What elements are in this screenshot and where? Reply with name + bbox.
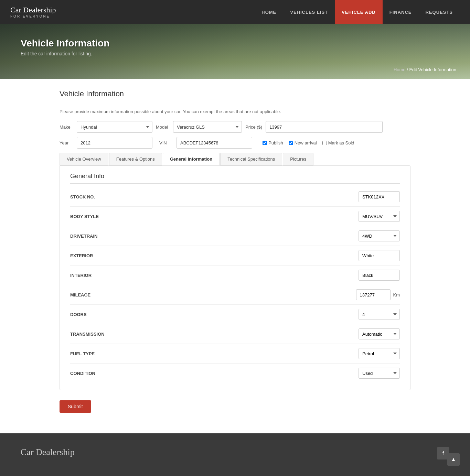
doors-select[interactable]: 2 4 6 [359,309,400,320]
site-logo: Car Dealership FOR EVERYONE [10,6,255,18]
year-label: Year [60,140,73,145]
vin-label: VIN [159,140,173,145]
field-row-drivetrain: DRIVETRAIN 4WD 2WD AWD FWD RWD [70,226,400,246]
vin-input[interactable] [177,137,252,149]
stock-no-input[interactable] [359,191,400,202]
form-row-make-model-price: Make Hyundai Model Veracruz GLS Price ($… [60,121,410,133]
form-row-year-vin-checkboxes: Year VIN Publish New arrival Mark as Sol… [60,137,410,149]
info-text: Please provide maximum information possi… [60,109,410,114]
breadcrumb-home[interactable]: Home [394,67,406,72]
field-label-fuel-type: Fuel Type [70,351,359,356]
interior-input[interactable] [359,270,400,281]
field-value-exterior [359,250,400,261]
field-row-interior: Interior [70,266,400,285]
checkbox-group: Publish New arrival Mark as Sold [263,140,354,145]
fuel-type-select[interactable]: Petrol Diesel Electric Hybrid [359,348,400,359]
price-label: Price ($) [245,125,262,130]
field-label-condition: Condition [70,371,359,376]
model-label: Model [156,125,170,130]
field-value-stock [359,191,400,202]
hero-section: Vehicle Information Edit the car informa… [0,24,470,79]
mark-as-sold-checkbox-label[interactable]: Mark as Sold [322,140,354,145]
field-row-fuel-type: Fuel Type Petrol Diesel Electric Hybrid [70,344,400,364]
general-info-title: General Info [70,173,400,184]
page-title: Vehicle Information [60,89,410,98]
publish-checkbox[interactable] [263,141,267,145]
field-label-drivetrain: DRIVETRAIN [70,234,359,239]
exterior-input[interactable] [359,250,400,261]
nav-vehicles-list[interactable]: VEHICLES LIST [283,0,335,24]
field-row-condition: Condition Used New Certified Pre-Owned [70,364,400,383]
field-row-doors: Doors 2 4 6 [70,305,400,324]
field-row-stock: Stock No. [70,187,400,207]
field-value-fuel-type: Petrol Diesel Electric Hybrid [359,348,400,359]
price-input[interactable] [266,121,383,133]
transmission-select[interactable]: Automatic Manual Semi-Automatic [359,328,400,339]
field-row-mileage: Mileage Km [70,285,400,305]
new-arrival-checkbox[interactable] [289,141,293,145]
nav-home[interactable]: HOME [255,0,283,24]
field-value-mileage: Km [356,289,400,300]
navbar: Car Dealership FOR EVERYONE HOME VEHICLE… [0,0,470,24]
nav-links: HOME VEHICLES LIST VEHICLE ADD FINANCE R… [255,0,460,24]
body-style-select[interactable]: MUV/SUV Sedan Coupe Hatchback [359,211,400,222]
model-select[interactable]: Veracruz GLS [173,121,242,133]
footer-divider [21,470,449,470]
footer-top: Car Dealership f [21,447,449,466]
field-label-mileage: Mileage [70,292,356,298]
publish-checkbox-label[interactable]: Publish [263,140,283,145]
tab-vehicle-overview[interactable]: Vehicle Overview [60,153,108,165]
footer: Car Dealership f Copyright © 2019 Three … [0,433,470,476]
field-row-transmission: Transmission Automatic Manual Semi-Autom… [70,324,400,344]
year-input[interactable] [77,137,152,149]
make-select[interactable]: Hyundai [77,121,152,133]
field-row-exterior: Exterior [70,246,400,266]
tab-general-information[interactable]: General Information [163,153,220,165]
title-divider [60,102,410,102]
field-value-drivetrain: 4WD 2WD AWD FWD RWD [359,230,400,241]
field-label-body-style: BODY STYLE [70,214,359,219]
field-value-interior [359,270,400,281]
condition-select[interactable]: Used New Certified Pre-Owned [359,368,400,379]
field-label-doors: Doors [70,312,359,317]
tab-features-options[interactable]: Features & Options [109,153,162,165]
hero-subtitle: Edit the car information for listing. [21,51,449,56]
field-label-interior: Interior [70,273,359,278]
nav-vehicle-add[interactable]: VEHICLE ADD [335,0,383,24]
main-content: Vehicle Information Please provide maxim… [53,89,417,423]
breadcrumb-current: Edit Vehicle Information [409,67,456,72]
tab-pictures[interactable]: Pictures [283,153,313,165]
mark-as-sold-checkbox[interactable] [322,141,327,145]
breadcrumb: Home / Edit Vehicle Information [394,67,456,72]
footer-logo: Car Dealership [21,447,75,457]
field-value-transmission: Automatic Manual Semi-Automatic [359,328,400,339]
new-arrival-checkbox-label[interactable]: New arrival [289,140,317,145]
submit-button[interactable]: Submit [60,400,91,413]
hero-title: Vehicle Information [21,38,449,49]
field-value-body-style: MUV/SUV Sedan Coupe Hatchback [359,211,400,222]
make-label: Make [60,125,73,130]
general-info-section: General Info Stock No. BODY STYLE MUV/SU… [60,165,410,390]
field-value-condition: Used New Certified Pre-Owned [359,368,400,379]
nav-finance[interactable]: FINANCE [383,0,419,24]
mileage-input[interactable] [356,289,391,300]
nav-requests[interactable]: REQUESTS [418,0,460,24]
tabs-container: Vehicle Overview Features & Options Gene… [60,153,410,165]
field-label-transmission: Transmission [70,332,359,337]
mileage-unit: Km [393,292,400,298]
drivetrain-select[interactable]: 4WD 2WD AWD FWD RWD [359,230,400,241]
field-label-exterior: Exterior [70,253,359,258]
field-row-body-style: BODY STYLE MUV/SUV Sedan Coupe Hatchback [70,207,400,226]
field-label-stock: Stock No. [70,194,359,199]
tab-technical-specifications[interactable]: Technical Specifications [220,153,282,165]
field-value-doors: 2 4 6 [359,309,400,320]
scroll-top-button[interactable]: ▲ [447,453,460,466]
